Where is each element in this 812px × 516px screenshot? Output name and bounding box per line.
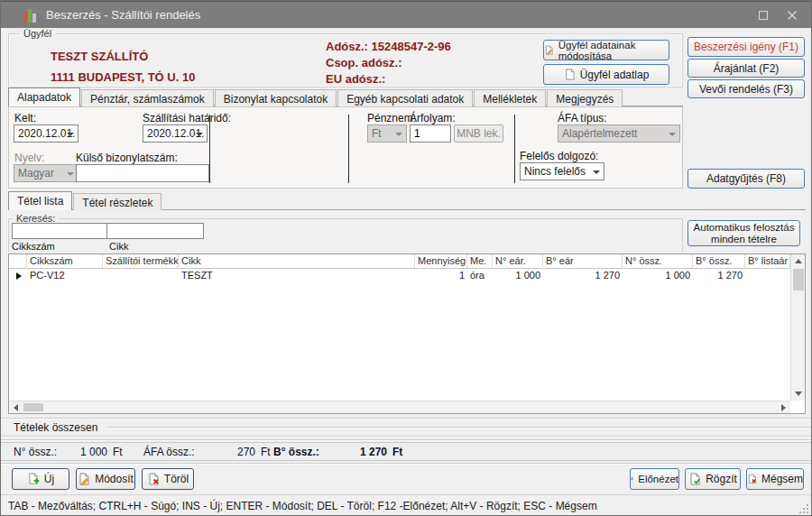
kelt-dropdown[interactable]: 2020.12.01. (14, 124, 78, 143)
form-separator (209, 115, 210, 183)
tab-tetel-reszletek[interactable]: Tétel részletek (73, 193, 161, 210)
customer-order-button[interactable]: Vevői rendelés (F3) (687, 79, 805, 98)
client-datasheet-button[interactable]: Ügyfél adatlap (543, 64, 669, 85)
client-group-label: Ügyfél (20, 28, 55, 39)
grid-header-cikk[interactable]: Cikk (179, 254, 415, 268)
main-tab-strip: Alapadatok Pénztár, számlaszámok Bizonyl… (8, 88, 623, 106)
eu-tax-label: EU adósz.: (326, 72, 385, 86)
modify-button[interactable]: Módosít (76, 468, 135, 490)
purchase-request-label: Beszerzési igény (F1) (694, 41, 798, 53)
szallitasi-dropdown[interactable]: 2020.12.01. (143, 124, 208, 143)
maximize-button[interactable] (752, 7, 775, 23)
preview-label: Előnézet (638, 474, 678, 484)
delete-button[interactable]: Töröl (142, 468, 194, 490)
gross-total-label: B° össz.: (273, 446, 319, 458)
szallitasi-label: Szállítási határidő: (143, 112, 231, 124)
tab-egyeb-kapcsolati-adatok[interactable]: Egyéb kapcsolati adatok (337, 89, 473, 106)
kulso-bizonylatszam-input[interactable] (76, 164, 209, 182)
mnb-button: MNB lek. (454, 124, 503, 143)
grid-header-b-ossz[interactable]: B° össz. (693, 254, 745, 268)
tab-megjegyzes[interactable]: Megjegyzés (547, 89, 623, 106)
felelos-label: Felelős dolgozó: (520, 150, 598, 162)
search-cikk-input[interactable] (106, 223, 204, 239)
save-button[interactable]: Rögzít (685, 468, 741, 490)
vertical-scroll-thumb[interactable] (793, 269, 804, 290)
felelos-dropdown[interactable]: Nincs felelős (520, 162, 604, 180)
tab-alapadatok[interactable]: Alapadatok (8, 88, 80, 106)
table-row[interactable]: PC-V12 TESZT 1 óra 1 000 1 270 1 000 1 2… (9, 269, 790, 282)
alapadatok-panel: Kelt: 2020.12.01. Szállítási határidő: 2… (8, 106, 683, 189)
tax-number-value: 15248547-2-96 (372, 40, 451, 53)
cell-b-ossz: 1 270 (693, 269, 745, 282)
tab-tetel-lista[interactable]: Tétel lista (8, 191, 72, 210)
afa-tipus-label: ÁFA típus: (558, 112, 607, 124)
cancel-button[interactable]: Mégsem (746, 468, 804, 490)
grid-header-b-listaar[interactable]: B° listaár (745, 254, 790, 268)
grid-header-row: Cikkszám Szállítói termékkód ( Cikk Menn… (9, 254, 790, 269)
search-cikkszam-input[interactable] (12, 223, 107, 239)
cell-n-ossz: 1 000 (623, 269, 693, 282)
grid-header-szallitoi-termekkod[interactable]: Szállítói termékkód ( (103, 254, 179, 268)
grid-header-mennyiseg[interactable]: Mennyiség (415, 254, 467, 268)
current-row-arrow-icon (16, 272, 22, 280)
row-marker (9, 269, 27, 282)
nyelv-value: Magyar (18, 167, 54, 180)
scroll-left-icon[interactable] (9, 401, 23, 413)
grid-header-me[interactable]: Me. (467, 254, 493, 268)
client-address: 1111 BUDAPEST, TÓ U. 10 (51, 70, 195, 84)
scroll-down-icon[interactable] (791, 387, 806, 401)
data-collection-button[interactable]: Adatgyűjtés (F8) (687, 169, 805, 189)
grid-header-n-ear[interactable]: N° eár. (493, 254, 543, 268)
divider (1, 439, 811, 441)
tax-number-line: Adósz.: 15248547-2-96 (326, 40, 451, 53)
cell-b-listaar (745, 269, 790, 282)
resize-grip[interactable] (798, 503, 809, 514)
status-bar: TAB - Mezőváltás; CTRL+H - Súgó; INS - Ú… (1, 494, 811, 516)
purchase-request-button[interactable]: Beszerzési igény (F1) (687, 37, 805, 57)
penznem-dropdown: Ft (367, 124, 407, 143)
save-label: Rögzít (706, 473, 737, 485)
nyelv-dropdown: Magyar (14, 164, 78, 182)
cell-cikkszam: PC-V12 (27, 269, 103, 282)
dropdown-arrow-icon (67, 172, 74, 176)
window-title: Beszerzés - Szállítói rendelés (46, 8, 200, 22)
horizontal-scroll-thumb[interactable] (23, 403, 43, 411)
dropdown-arrow-icon (669, 133, 676, 136)
page-icon (564, 69, 576, 80)
totals-group-label: Tételek összesen (14, 421, 101, 434)
search-cikkszam-label: Cikkszám (12, 241, 55, 252)
kelt-label: Kelt: (14, 112, 36, 124)
tab-bizonylat-kapcsolatok[interactable]: Bizonylat kapcsolatok (215, 89, 337, 106)
delete-label: Töröl (164, 473, 189, 485)
close-button[interactable] (780, 7, 804, 23)
divider (107, 427, 812, 428)
cell-szallitoi-termekkod (103, 269, 179, 282)
grid-header-n-ossz[interactable]: N° össz. (623, 254, 693, 268)
penznem-value: Ft (372, 127, 382, 140)
vertical-scrollbar[interactable] (790, 254, 805, 401)
scroll-right-icon[interactable] (777, 401, 790, 413)
cell-n-ear: 1 000 (493, 269, 543, 282)
vat-total-value: 270 (198, 446, 255, 458)
client-edit-label: Ügyfél adatainak módosítása (558, 40, 669, 61)
modify-label: Módosít (95, 473, 134, 485)
client-datasheet-label: Ügyfél adatlap (580, 69, 650, 81)
tab-penztar-szamlaszamok[interactable]: Pénztár, számlaszámok (81, 89, 214, 106)
net-total-unit: Ft (113, 446, 123, 458)
tab-mellekletek[interactable]: Mellékletek (474, 89, 546, 106)
new-button[interactable]: Új (12, 468, 69, 490)
auto-split-label-line2: minden tételre (711, 234, 777, 245)
horizontal-scrollbar[interactable] (9, 401, 790, 413)
client-edit-button[interactable]: Ügyfél adatainak módosítása (543, 40, 669, 60)
cell-cikk: TESZT (179, 269, 415, 282)
auto-split-button[interactable]: Automatikus felosztás minden tételre (687, 220, 800, 246)
quote-button[interactable]: Árajánlat (F2) (687, 59, 805, 78)
grid-header-b-ear[interactable]: B° eár (543, 254, 623, 268)
edit-pencil-icon (78, 473, 90, 485)
arfolyam-input[interactable] (410, 124, 451, 143)
tax-number-label: Adósz.: (326, 40, 368, 53)
preview-button[interactable]: Előnézet (630, 468, 679, 490)
grid-header-cikkszam[interactable]: Cikkszám (27, 254, 103, 268)
title-bar: Beszerzés - Szállítói rendelés (1, 1, 811, 28)
scroll-up-icon[interactable] (791, 254, 806, 268)
